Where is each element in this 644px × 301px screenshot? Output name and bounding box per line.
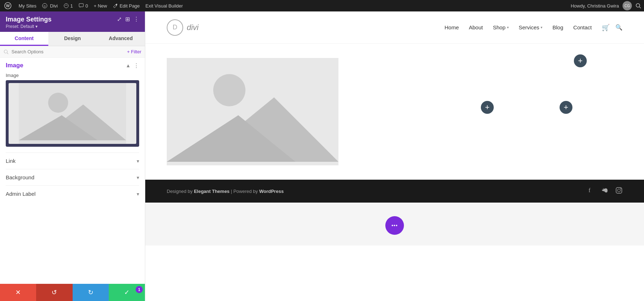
svg-point-22	[620, 188, 621, 189]
my-sites-menu[interactable]: My Sites	[19, 3, 36, 9]
nav-blog[interactable]: Blog	[552, 24, 563, 30]
edit-page-btn[interactable]: Edit Page	[113, 3, 140, 9]
svg-point-8	[4, 50, 8, 53]
layout-icon[interactable]: ⊞	[125, 16, 130, 23]
page-area: D divi Home About Shop ▾ Services ▾	[145, 11, 644, 301]
image-thumbnail	[9, 83, 136, 144]
main-image-placeholder	[167, 58, 338, 165]
nav-shop[interactable]: Shop ▾	[493, 24, 509, 30]
search-icon	[4, 49, 9, 54]
main-image-area	[167, 58, 338, 165]
divi-menu[interactable]: D Divi	[42, 3, 58, 9]
comments-menu[interactable]: 0	[79, 3, 88, 9]
add-button-left[interactable]: +	[481, 101, 494, 114]
add-button-top[interactable]: +	[574, 54, 587, 67]
user-avatar: CG	[623, 1, 632, 10]
page-body: + + + Designed by Elegant Themes | Power…	[145, 44, 644, 301]
section-more-icon[interactable]: ⋮	[133, 62, 139, 69]
resize-icon[interactable]: ⤢	[117, 16, 122, 23]
site-nav: Home About Shop ▾ Services ▾ Blog Contac	[444, 24, 623, 31]
site-footer: Designed by Elegant Themes | Powered by …	[145, 180, 644, 203]
svg-point-21	[618, 189, 620, 192]
exit-builder-btn[interactable]: Exit Visual Builder	[146, 3, 183, 9]
wp-logo[interactable]: W	[3, 1, 13, 11]
svg-point-4	[64, 4, 68, 8]
link-chevron[interactable]: ▾	[137, 158, 139, 164]
nav-services[interactable]: Services ▾	[519, 24, 543, 30]
svg-text:f: f	[589, 187, 591, 193]
admin-label-header[interactable]: Admin Label ▾	[6, 191, 139, 197]
edit-page-label: Edit Page	[119, 3, 140, 9]
tab-design[interactable]: Design	[48, 32, 97, 46]
site-logo: D divi	[167, 19, 199, 36]
svg-point-11	[48, 93, 68, 113]
svg-text:W: W	[6, 4, 10, 8]
svg-line-7	[639, 7, 641, 8]
my-sites-label: My Sites	[19, 3, 36, 9]
site-header: D divi Home About Shop ▾ Services ▾	[145, 11, 644, 44]
background-header[interactable]: Background ▾	[6, 174, 139, 180]
new-menu[interactable]: + New	[94, 3, 107, 9]
updates-menu[interactable]: 1	[64, 3, 73, 9]
cancel-button[interactable]: ✕	[0, 284, 36, 301]
image-section-title: Image	[6, 62, 23, 69]
sidebar-content: Image ▲ ⋮ Image	[0, 58, 145, 284]
footer-social: f	[587, 187, 623, 196]
content-section: + + +	[145, 44, 644, 180]
svg-point-6	[636, 4, 640, 7]
instagram-icon[interactable]	[615, 187, 623, 196]
svg-text:D: D	[44, 5, 46, 8]
tab-content[interactable]: Content	[0, 32, 48, 46]
facebook-icon[interactable]: f	[587, 187, 594, 196]
save-button[interactable]: ✓ 1	[109, 284, 145, 301]
nav-search-icon[interactable]: 🔍	[615, 24, 623, 31]
search-bar: + Filter	[0, 46, 145, 58]
nav-about[interactable]: About	[469, 24, 483, 30]
filter-button[interactable]: + Filter	[127, 49, 141, 54]
svg-point-15	[213, 74, 245, 106]
floating-menu-button[interactable]: •••	[385, 216, 404, 235]
exit-builder-label: Exit Visual Builder	[146, 3, 183, 9]
below-footer: •••	[145, 203, 644, 246]
new-label: + New	[94, 3, 107, 9]
services-chevron: ▾	[541, 25, 542, 29]
link-section: Link ▾	[6, 152, 139, 169]
nav-icons: 🛒 🔍	[602, 24, 623, 31]
background-label: Background	[6, 174, 34, 180]
undo-button[interactable]: ↺	[36, 284, 72, 301]
collapse-icon[interactable]: ▲	[126, 63, 131, 68]
nav-home[interactable]: Home	[444, 24, 459, 30]
add-button-right[interactable]: +	[560, 101, 572, 114]
svg-line-9	[7, 53, 9, 54]
nav-contact[interactable]: Contact	[573, 24, 592, 30]
more-header-icon[interactable]: ⋮	[133, 16, 139, 23]
cart-icon[interactable]: 🛒	[602, 24, 610, 31]
redo-button[interactable]: ↻	[73, 284, 109, 301]
save-badge: 1	[136, 286, 143, 293]
tab-advanced[interactable]: Advanced	[97, 32, 145, 46]
logo-text: divi	[187, 23, 199, 32]
sidebar-header: Image Settings Preset: Default ▾ ⤢ ⊞ ⋮	[0, 11, 145, 32]
search-input[interactable]	[11, 49, 124, 54]
sidebar-panel: Image Settings Preset: Default ▾ ⤢ ⊞ ⋮ C…	[0, 11, 145, 301]
preset-label[interactable]: Preset: Default ▾	[6, 24, 52, 29]
admin-label-chevron[interactable]: ▾	[137, 191, 139, 197]
divi-label: Divi	[50, 3, 58, 9]
link-header[interactable]: Link ▾	[6, 158, 139, 164]
image-upload-box[interactable]	[6, 80, 139, 147]
twitter-icon[interactable]	[601, 187, 608, 196]
background-chevron[interactable]: ▾	[137, 175, 139, 180]
svg-rect-5	[79, 4, 83, 7]
updates-count: 1	[70, 3, 73, 9]
admin-bar: W My Sites D Divi 1 0 + New Edit Page Ex…	[0, 0, 644, 11]
admin-label-label: Admin Label	[6, 191, 35, 197]
bottom-action-bar: ✕ ↺ ↻ ✓ 1	[0, 284, 145, 301]
footer-text: Designed by Elegant Themes | Powered by …	[167, 189, 284, 194]
admin-label-section: Admin Label ▾	[6, 185, 139, 202]
logo-circle: D	[167, 19, 183, 36]
settings-tabs: Content Design Advanced	[0, 32, 145, 46]
search-icon[interactable]	[635, 3, 641, 9]
user-menu[interactable]: Howdy, Christina Gwira CG	[571, 1, 641, 10]
shop-chevron: ▾	[507, 25, 509, 29]
image-field-label: Image	[6, 73, 139, 78]
